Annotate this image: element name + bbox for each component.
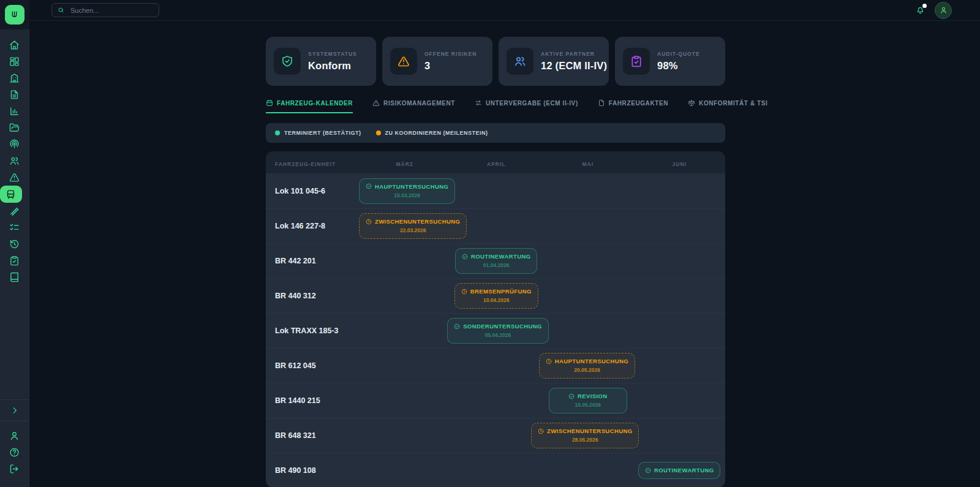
event-date: 01.04.2026 <box>462 262 530 268</box>
event-date: 15.03.2026 <box>366 192 448 198</box>
search-input[interactable] <box>69 6 153 15</box>
sidebar-item-history[interactable] <box>0 236 29 252</box>
table-body: Lok 101 045-6HAUPTUNTERSUCHUNG15.03.2026… <box>266 173 725 487</box>
reports-icon <box>9 106 20 116</box>
monitoring-icon <box>9 139 20 149</box>
tab-calendar[interactable]: FAHRZEUG-KALENDER <box>266 99 353 113</box>
event-label: ZWISCHENUNTERSUCHUNG <box>547 428 632 434</box>
table-row: BR 440 312BREMSENPRÜFUNG10.04.2026 <box>266 278 725 313</box>
month-cell: REVISION15.05.2026 <box>542 388 634 413</box>
month-cell: BREMSENPRÜFUNG10.04.2026 <box>451 283 543 309</box>
column-header: MÄRZ <box>359 161 451 167</box>
kpi-card: AKTIVE PARTNER12 (ECM II-IV) <box>499 37 609 86</box>
transfer-icon <box>475 99 482 107</box>
calendar-icon <box>266 99 273 107</box>
sidebar-footer-help-button[interactable] <box>0 444 29 461</box>
vehicle-name: Lok 101 045-6 <box>266 187 359 195</box>
clock-icon <box>461 289 467 295</box>
sidebar-item-track[interactable] <box>0 203 29 219</box>
event-chip[interactable]: ROUTINEWARTUNG01.04.2026 <box>455 248 537 274</box>
sidebar-item-dashboard[interactable] <box>0 53 29 70</box>
sidebar-footer <box>0 428 29 487</box>
month-cell: ZWISCHENUNTERSUCHUNG28.05.2026 <box>531 423 639 448</box>
sidebar-item-documents[interactable] <box>0 86 29 103</box>
month-cell: ROUTINEWARTUNG01.04.2026 <box>451 248 543 274</box>
kpi-card: SYSTEMSTATUSKonform <box>266 37 376 86</box>
sidebar-nav <box>0 37 29 285</box>
event-chip[interactable]: ROUTINEWARTUNG <box>638 462 720 479</box>
sidebar-item-monitoring[interactable] <box>0 136 29 153</box>
vehicle-name: Lok 146 227-8 <box>266 222 359 230</box>
event-label: BREMSENPRÜFUNG <box>470 288 532 295</box>
kpi-text: OFFENE RISIKEN3 <box>424 51 477 72</box>
event-label: HAUPTUNTERSUCHUNG <box>555 358 628 364</box>
depot-icon <box>9 73 20 83</box>
vehicle-name: BR 442 201 <box>266 257 359 265</box>
sidebar-footer-profile-button[interactable] <box>0 428 29 444</box>
circle-check-icon <box>366 183 372 189</box>
event-chip-header: ZWISCHENUNTERSUCHUNG <box>538 428 632 434</box>
legend-dot <box>376 130 381 135</box>
app-logo[interactable] <box>5 5 24 25</box>
table-row: Lok 146 227-8ZWISCHENUNTERSUCHUNG22.03.2… <box>266 208 725 243</box>
dashboard-icon <box>9 56 20 67</box>
event-chip-header: SONDERUNTERSUCHUNG <box>454 323 542 330</box>
history-icon <box>9 239 20 249</box>
scale-icon <box>688 99 695 107</box>
sidebar-item-tasks[interactable] <box>0 219 29 236</box>
event-chip[interactable]: SONDERUNTERSUCHUNG05.04.2026 <box>447 318 549 344</box>
sidebar-item-reports[interactable] <box>0 103 29 119</box>
event-chip[interactable]: REVISION15.05.2026 <box>549 388 627 413</box>
event-chip[interactable]: ZWISCHENUNTERSUCHUNG28.05.2026 <box>531 423 639 448</box>
sidebar-item-partners[interactable] <box>0 153 29 169</box>
event-chip-header: ROUTINEWARTUNG <box>462 253 530 260</box>
sidebar-item-audits[interactable] <box>0 252 29 269</box>
event-chip[interactable]: HAUPTUNTERSUCHUNG20.05.2026 <box>539 353 635 379</box>
user-avatar[interactable] <box>935 2 952 19</box>
sidebar-item-fleet[interactable] <box>0 186 22 203</box>
table-row: BR 1440 215REVISION15.05.2026 <box>266 383 725 418</box>
vehicle-calendar-table: FAHRZEUG-EINHEITMÄRZAPRILMAIJUNI Lok 101… <box>266 151 725 487</box>
search-box[interactable] <box>51 3 159 17</box>
kpi-icon-tile <box>623 48 650 75</box>
notifications-button[interactable] <box>916 6 925 15</box>
legend-label: ZU KOORDINIEREN (MEILENSTEIN) <box>385 130 488 136</box>
kpi-card: AUDIT-QUOTE98% <box>615 37 725 86</box>
kpi-text: AUDIT-QUOTE98% <box>657 51 700 72</box>
table-header: FAHRZEUG-EINHEITMÄRZAPRILMAIJUNI <box>266 151 725 173</box>
sidebar-item-handbook[interactable] <box>0 269 29 285</box>
event-chip-header: ZWISCHENUNTERSUCHUNG <box>366 218 460 225</box>
event-chip-header: HAUPTUNTERSUCHUNG <box>546 358 628 364</box>
vehicle-name: Lok TRAXX 185-3 <box>266 327 359 335</box>
legend-label: TERMINIERT (BESTÄTIGT) <box>284 130 361 136</box>
sidebar-item-files[interactable] <box>0 119 29 136</box>
clock-icon <box>366 219 372 225</box>
column-header: APRIL <box>451 161 543 167</box>
tab-bar: FAHRZEUG-KALENDERRISIKOMANAGEMENTUNTERVE… <box>266 99 725 113</box>
event-chip-header: BREMSENPRÜFUNG <box>461 288 532 295</box>
vehicle-name: BR 490 108 <box>266 466 359 475</box>
tab-transfer[interactable]: UNTERVERGABE (ECM II-IV) <box>475 99 578 113</box>
clock-icon <box>546 358 552 364</box>
tab-alert-triangle[interactable]: RISIKOMANAGEMENT <box>372 99 455 113</box>
train-logo-icon <box>9 10 20 20</box>
sidebar-item-depot[interactable] <box>0 70 29 86</box>
sidebar-item-home[interactable] <box>0 37 29 53</box>
sidebar <box>0 0 29 487</box>
event-chip[interactable]: ZWISCHENUNTERSUCHUNG22.03.2026 <box>359 213 467 239</box>
event-label: ROUTINEWARTUNG <box>471 253 530 260</box>
alert-triangle-icon <box>372 99 380 107</box>
chevron-right-icon <box>10 406 19 415</box>
kpi-label: AKTIVE PARTNER <box>541 51 607 57</box>
table-row: Lok TRAXX 185-3SONDERUNTERSUCHUNG05.04.2… <box>266 313 725 348</box>
sidebar-expand-button[interactable] <box>0 399 29 421</box>
sidebar-footer-logout-button[interactable] <box>0 461 29 477</box>
event-chip[interactable]: BREMSENPRÜFUNG10.04.2026 <box>454 283 538 309</box>
documents-icon <box>9 89 20 100</box>
event-chip[interactable]: HAUPTUNTERSUCHUNG15.03.2026 <box>359 178 455 204</box>
track-icon <box>9 206 20 216</box>
tab-file[interactable]: FAHRZEUGAKTEN <box>598 99 668 113</box>
tab-scale[interactable]: KONFORMITÄT & TSI <box>688 99 767 113</box>
sidebar-item-risks[interactable] <box>0 169 29 186</box>
table-row: BR 612 045HAUPTUNTERSUCHUNG20.05.2026 <box>266 348 725 383</box>
